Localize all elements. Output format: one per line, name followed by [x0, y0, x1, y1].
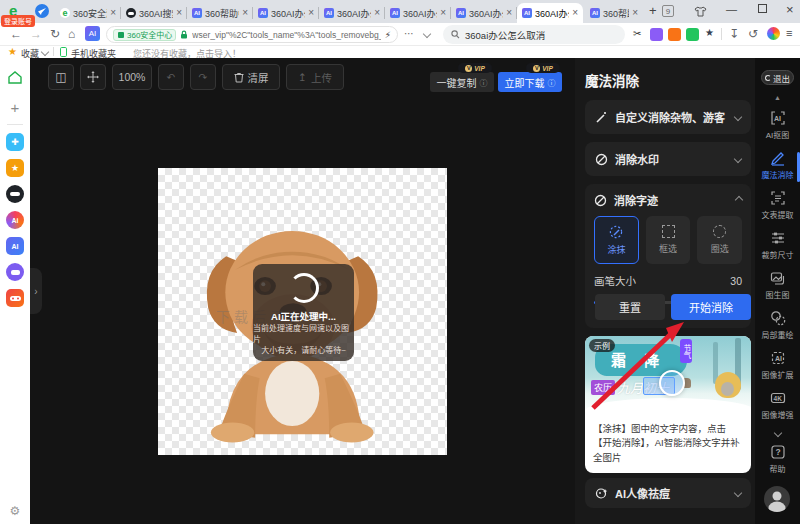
forward-icon[interactable]: →	[30, 27, 42, 41]
tool-lasso-select[interactable]: 圈选	[697, 216, 742, 264]
rail-item-partial-redraw[interactable]: 局部重绘	[755, 310, 800, 340]
chick-belly	[721, 382, 734, 396]
sidebar-collapse-handle[interactable]: ›	[30, 268, 42, 314]
download-now-button[interactable]: 立即下载ⓘ	[498, 72, 562, 92]
robot-assistant-icon[interactable]	[6, 263, 24, 281]
rail-item-crop-size[interactable]: 裁剪尺寸	[755, 230, 800, 260]
scissors-icon[interactable]: ✂	[633, 28, 641, 39]
nav-tool-icon[interactable]: ✚	[6, 133, 24, 151]
settings-gear-icon[interactable]: ⚙	[10, 504, 21, 518]
tab-help-2[interactable]: AI360帮助中×	[585, 3, 643, 23]
menu-icon[interactable]: ≡	[786, 27, 792, 39]
zoom-level-button[interactable]: 100%	[112, 64, 152, 90]
rail-item-image-expand[interactable]: AI 图像扩展	[755, 350, 800, 380]
tab-ai-office-3[interactable]: AI360AI办公×	[385, 3, 451, 23]
undo-button[interactable]: ↶	[158, 64, 184, 90]
url-dropdown-icon[interactable]	[423, 30, 431, 38]
search-input[interactable]	[465, 29, 605, 40]
rail-item-ai-cutout[interactable]: AI AI抠图	[755, 110, 800, 140]
tab-close-icon[interactable]: ×	[308, 8, 314, 18]
star-app-icon[interactable]: ★	[6, 159, 24, 177]
reload-icon[interactable]: ↻	[50, 27, 60, 41]
ai-assistant-icon[interactable]: AI	[85, 26, 100, 41]
url-bar[interactable]: 360安全中心 wser_vip"%2C"tools_name"%3A"tool…	[106, 26, 398, 43]
maximize-button[interactable]	[758, 4, 767, 13]
divider	[721, 28, 722, 40]
rail-item-image-enhance[interactable]: 4K 图像增强	[755, 390, 800, 420]
messenger-icon[interactable]	[35, 4, 49, 18]
green-extension-icon[interactable]	[686, 28, 699, 41]
section-remove-watermark[interactable]: 消除水印	[585, 142, 751, 176]
close-button[interactable]: ×	[786, 2, 794, 17]
url-text[interactable]: wser_vip"%2C"tools_name"%3A"tools_remove…	[192, 30, 380, 40]
rail-item-label: 文表提取	[762, 209, 794, 220]
clear-canvas-button[interactable]: 清屏	[222, 64, 280, 90]
user-avatar[interactable]	[764, 486, 790, 512]
360-wheel-icon[interactable]	[767, 27, 780, 40]
rail-item-text-extract[interactable]: 文表提取	[755, 190, 800, 220]
scroll-down-icon[interactable]	[774, 429, 782, 437]
tab-ai-office-1[interactable]: AI360AI办公×	[253, 3, 319, 23]
more-actions-icon[interactable]: ⋯	[404, 28, 414, 39]
ai-office-icon[interactable]: AI	[6, 237, 24, 255]
section-portrait-acne[interactable]: AI人像祛痘	[585, 478, 751, 508]
back-icon[interactable]: ←	[10, 27, 22, 41]
rail-item-magic-erase[interactable]: 魔法消除	[755, 150, 800, 180]
tab-close-icon[interactable]: ×	[176, 8, 182, 18]
tab-close-icon[interactable]: ×	[110, 8, 116, 18]
editing-canvas[interactable]: 下载后无水印 AI正在处理中... 当前处理速度与网速以及图片 大小有关，请耐心…	[158, 168, 447, 455]
search-box[interactable]	[443, 25, 625, 44]
history-icon[interactable]: ↺	[748, 27, 758, 41]
add-icon[interactable]: +	[11, 99, 20, 116]
tab-close-icon[interactable]: ×	[632, 8, 638, 18]
start-erase-button[interactable]: 开始消除	[671, 294, 751, 320]
tab-close-icon[interactable]: ×	[374, 8, 380, 18]
home-icon[interactable]: ⌂	[68, 27, 75, 41]
lightning-icon[interactable]: ⚡	[385, 30, 391, 40]
ai-search-goggles-icon[interactable]	[6, 185, 24, 203]
tool-box-select[interactable]: 框选	[646, 216, 691, 264]
scroll-up-icon[interactable]: ▲	[774, 94, 781, 101]
orange-extension-icon[interactable]	[668, 28, 681, 41]
security-center-badge[interactable]: 360安全中心	[113, 29, 176, 41]
purple-extension-icon[interactable]	[650, 28, 663, 41]
rail-item-img2img[interactable]: 图生图	[755, 270, 800, 300]
favorites-dropdown-icon[interactable]	[41, 48, 49, 56]
section-remove-text-header[interactable]: 消除字迹	[594, 192, 742, 208]
tab-close-icon[interactable]: ×	[572, 8, 578, 18]
tab-ai-search[interactable]: 360AI搜索×	[121, 3, 187, 23]
rail-item-help[interactable]: ? 帮助	[755, 444, 800, 474]
games-icon[interactable]	[6, 289, 24, 307]
ime-badge-icon[interactable]: 9	[662, 5, 674, 17]
favorites-star-icon[interactable]: ★	[8, 46, 17, 57]
ai-ring-icon[interactable]: Ai	[6, 211, 24, 229]
section-acne-label: AI人像祛痘	[615, 485, 670, 501]
extensions-star-icon[interactable]: ★	[705, 27, 714, 38]
section-custom-erase[interactable]: 自定义消除杂物、游客	[585, 100, 751, 134]
minimize-button[interactable]: —	[726, 3, 737, 15]
upload-button[interactable]: ↥上传	[286, 64, 344, 90]
redo-button[interactable]: ↷	[190, 64, 216, 90]
reset-button[interactable]: 重置	[595, 294, 665, 320]
tab-help-1[interactable]: AI360帮助中×	[187, 3, 253, 23]
tab-ai-office-active[interactable]: AI360AI办公×	[517, 3, 583, 23]
tool-smear[interactable]: 涂抹	[594, 216, 639, 264]
tab-close-icon[interactable]: ×	[506, 8, 512, 18]
download-icon[interactable]: ↧	[729, 27, 739, 41]
tab-label: 360安全浏	[73, 7, 107, 20]
exit-button[interactable]: 退出	[761, 70, 794, 85]
login-account-badge[interactable]: 登录账号	[1, 15, 35, 27]
feature-rail: 退出 ▲ AI AI抠图 魔法消除 文表提取 裁剪尺寸 图生图	[755, 58, 800, 524]
move-tool-button[interactable]	[80, 64, 106, 90]
tab-ai-office-2[interactable]: AI360AI办公×	[319, 3, 385, 23]
tab-close-icon[interactable]: ×	[440, 8, 446, 18]
new-tab-button[interactable]: +	[649, 3, 657, 18]
tab-close-icon[interactable]: ×	[242, 8, 248, 18]
example-caption: 【涂抹】图中的文字内容，点击【开始消除】，AI智能消除文字并补全图片	[585, 416, 751, 473]
home-nav-icon[interactable]	[7, 70, 23, 85]
compare-view-button[interactable]: ◫	[48, 64, 74, 90]
tab-ai-office-4[interactable]: AI360AI办公×	[451, 3, 517, 23]
tab-360-browser[interactable]: e360安全浏×	[55, 3, 121, 23]
skin-theme-icon[interactable]	[694, 4, 707, 22]
copy-button[interactable]: 一键复制ⓘ	[430, 72, 494, 92]
